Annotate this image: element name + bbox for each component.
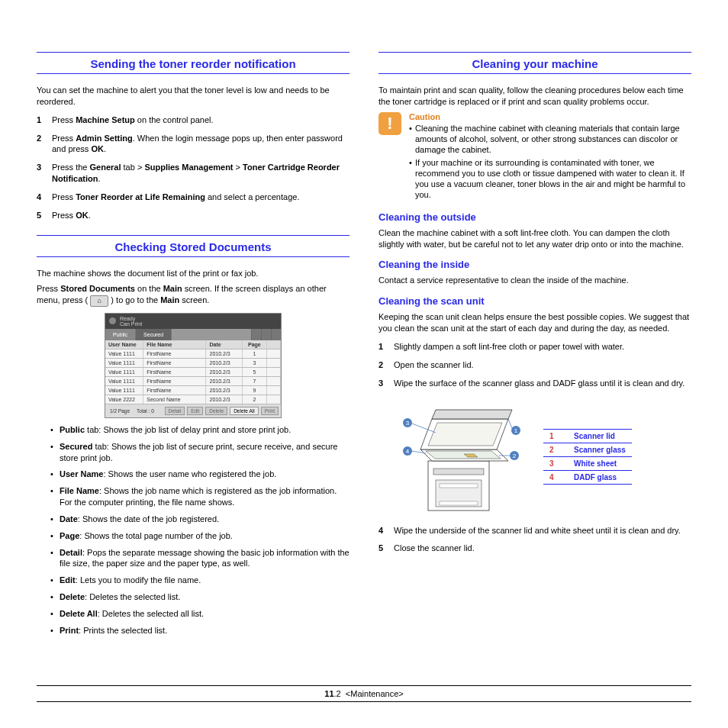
step-text: Press the General tab > Supplies Managem…	[52, 162, 350, 185]
ss-tabs: Public Secured	[105, 329, 281, 340]
step-num: 2	[37, 133, 52, 156]
scanner-diagram: 1 2 3 4	[394, 396, 531, 518]
svg-text:4: 4	[406, 448, 410, 455]
outside-text: Clean the machine cabinet with a soft li…	[378, 227, 691, 250]
col-page: Page	[243, 340, 267, 349]
table-row[interactable]: Value 1111FirstName2010.2/33	[105, 359, 281, 368]
list-item: Detail: Pops the separate message showin…	[53, 547, 350, 570]
step: 1Press Machine Setup on the control pane…	[37, 114, 350, 126]
col-scroll	[267, 340, 281, 349]
step-text: Slightly dampen a soft lint-free cloth o…	[394, 341, 691, 353]
delete-all-button[interactable]: Delete All	[230, 407, 258, 415]
cleaning-intro: To maintain print and scan quality, foll…	[378, 85, 691, 108]
mini-icon[interactable]	[251, 329, 261, 340]
step-num: 3	[378, 378, 394, 389]
step-num: 1	[378, 341, 394, 353]
subheading-inside: Cleaning the inside	[378, 259, 691, 270]
edit-button[interactable]: Edit	[187, 407, 203, 415]
stored-intro: The machine shows the document list of t…	[37, 268, 350, 279]
step-num: 5	[37, 210, 52, 221]
step-num: 1	[37, 114, 52, 126]
table-row[interactable]: Value 1111FirstName2010.2/31	[105, 350, 281, 359]
list-item: Print: Prints the selected list.	[53, 625, 350, 636]
col-date: Date	[206, 340, 242, 349]
step-text: Press Toner Reorder at Life Remaining an…	[52, 192, 350, 203]
mini-icon[interactable]	[271, 329, 281, 340]
step: 3Press the General tab > Supplies Manage…	[37, 162, 350, 185]
page-num: .2	[334, 689, 341, 698]
table-row[interactable]: Value 1111FirstName2010.2/37	[105, 377, 281, 386]
scan-intro: Keeping the scan unit clean helps ensure…	[378, 311, 691, 334]
tab-secured[interactable]: Secured	[136, 329, 172, 340]
subheading-scan: Cleaning the scan unit	[378, 295, 691, 307]
subheading-outside: Cleaning the outside	[378, 211, 691, 223]
legend-row: 4DADF glass	[543, 471, 632, 485]
list-item: Secured tab: Shows the job list of secur…	[53, 441, 350, 464]
list-item: Public tab: Shows the job list of delay …	[53, 424, 350, 436]
section-title-stored: Checking Stored Documents	[37, 235, 350, 257]
step: 2Open the scanner lid.	[378, 359, 691, 371]
svg-text:2: 2	[513, 453, 517, 459]
ss-footer: 1/2 Page Total : 0 Detail Edit Delete De…	[105, 404, 281, 417]
table-row[interactable]: Value 1111FirstName2010.2/35	[105, 368, 281, 377]
step: 3Wipe the surface of the scanner glass a…	[378, 378, 691, 389]
page: Sending the toner reorder notification Y…	[0, 0, 728, 728]
col-user: User Name	[105, 340, 143, 349]
mini-icon[interactable]	[261, 329, 271, 340]
step-text: Wipe the underside of the scanner lid an…	[394, 525, 691, 536]
ss-header: User Name File Name Date Page	[105, 340, 281, 350]
reorder-steps: 1Press Machine Setup on the control pane…	[37, 114, 350, 221]
step: 1Slightly dampen a soft lint-free cloth …	[378, 341, 691, 353]
step-text: Press Admin Setting. When the login mess…	[52, 133, 350, 156]
foot-total: Total : 0	[134, 408, 156, 414]
caution-icon: !	[378, 112, 401, 135]
detail-button[interactable]: Detail	[165, 407, 185, 415]
list-item: File Name: Shows the job name which is r…	[53, 485, 350, 508]
step-num: 4	[378, 525, 394, 536]
left-column: Sending the toner reorder notification Y…	[37, 46, 350, 643]
caution-item: Cleaning the machine cabinet with cleani…	[409, 123, 691, 156]
svg-marker-9	[428, 423, 502, 446]
home-icon: ⌂	[90, 295, 108, 307]
step-num: 2	[378, 359, 394, 371]
table-row[interactable]: Value 1111FirstName2010.2/39	[105, 386, 281, 395]
svg-marker-8	[432, 410, 512, 419]
step: 5Press OK.	[37, 210, 350, 221]
step: 2Press Admin Setting. When the login mes…	[37, 133, 350, 156]
legend-row: 3White sheet	[543, 457, 632, 471]
legend-row: 1Scanner lid	[543, 430, 632, 443]
tab-public[interactable]: Public	[105, 329, 136, 340]
foot-page: 1/2 Page	[108, 408, 132, 414]
chapter-num: 11	[324, 689, 333, 698]
list-item: Page: Shows the total page number of the…	[53, 530, 350, 542]
step-text: Close the scanner lid.	[394, 543, 691, 554]
svg-text:1: 1	[514, 427, 518, 434]
print-button[interactable]: Print	[261, 407, 279, 415]
reorder-intro: You can set the machine to alert you tha…	[37, 85, 350, 108]
stored-bullets: Public tab: Shows the job list of delay …	[53, 424, 350, 636]
step: 5Close the scanner lid.	[378, 543, 691, 554]
svg-line-13	[508, 419, 512, 428]
svg-text:3: 3	[406, 420, 410, 427]
step: 4Wipe the underside of the scanner lid a…	[378, 525, 691, 536]
col-file: File Name	[143, 340, 206, 349]
svg-rect-4	[440, 501, 478, 505]
list-item: Delete: Deletes the selected list.	[53, 591, 350, 603]
delete-button[interactable]: Delete	[205, 407, 227, 415]
ss-rows: Value 1111FirstName2010.2/31Value 1111Fi…	[105, 350, 281, 404]
step-text: Press Machine Setup on the control panel…	[52, 114, 350, 126]
ss-titlebar: Ready Can Print	[105, 314, 281, 329]
section-title-cleaning: Cleaning your machine	[378, 52, 691, 74]
step-num: 3	[37, 162, 52, 185]
list-item: Date: Shows the date of the job register…	[53, 514, 350, 525]
status-icon	[109, 317, 116, 324]
stored-docs-screenshot: Ready Can Print Public Secured User Name…	[105, 313, 282, 418]
stored-press: Press Stored Documents on the Main scree…	[37, 283, 350, 306]
footer-label: <Maintenance>	[346, 689, 404, 698]
scan-steps: 1Slightly dampen a soft lint-free cloth …	[378, 341, 691, 389]
scan-steps-2: 4Wipe the underside of the scanner lid a…	[378, 525, 691, 555]
svg-marker-6	[426, 451, 501, 459]
step-text: Wipe the surface of the scanner glass an…	[394, 378, 691, 389]
table-row[interactable]: Value 2222Second Name2010.2/32	[105, 395, 281, 404]
legend-row: 2Scanner glass	[543, 443, 632, 457]
